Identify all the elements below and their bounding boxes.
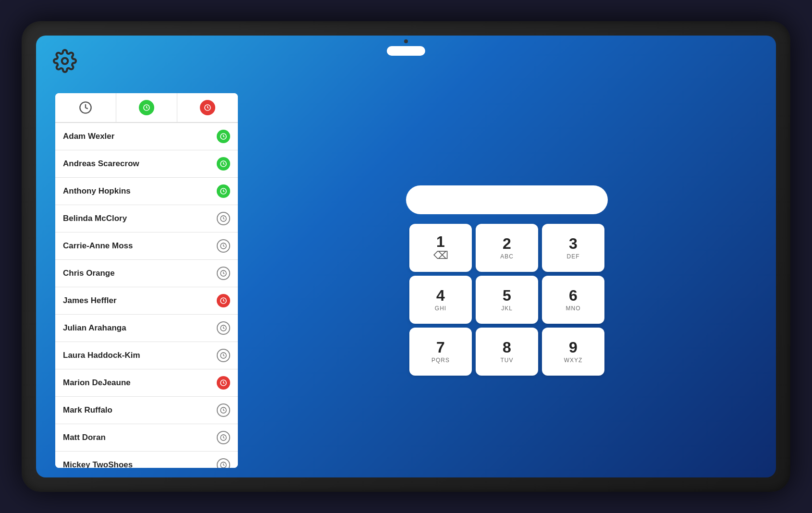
employee-row[interactable]: Julian Arahanga: [55, 315, 238, 342]
letters-label: WXYZ: [564, 357, 583, 364]
digit-label: 4: [436, 288, 445, 303]
employee-name: Belinda McClory: [63, 214, 127, 223]
backspace-icon: ⌫: [433, 249, 448, 262]
numpad-area: 1 ⌫ 2 ABC 3 DEF 4 GHI 5 JKL 6 MNO 7 PQRS…: [257, 93, 757, 468]
numpad-key-5[interactable]: 5 JKL: [476, 276, 538, 324]
employee-name: Marion DeJeaune: [63, 378, 131, 388]
tab-clocked-out[interactable]: [177, 93, 238, 122]
numpad-key-7[interactable]: 7 PQRS: [409, 328, 472, 376]
numpad-grid: 1 ⌫ 2 ABC 3 DEF 4 GHI 5 JKL 6 MNO 7 PQRS…: [409, 224, 604, 376]
tab-clocked-in[interactable]: [116, 93, 177, 122]
pin-input[interactable]: [406, 185, 608, 214]
employee-row[interactable]: Adam Wexler: [55, 123, 238, 150]
status-icon: [217, 184, 230, 198]
digit-label: 6: [569, 288, 578, 303]
digit-label: 1: [436, 234, 445, 249]
employee-name: James Heffler: [63, 296, 117, 305]
svg-point-0: [62, 58, 68, 64]
employee-panel: Adam WexlerAndreas ScarecrowAnthony Hopk…: [55, 93, 238, 468]
tab-all[interactable]: [55, 93, 116, 122]
status-icon: [217, 403, 230, 417]
status-icon: [217, 130, 230, 143]
letters-label: GHI: [435, 305, 446, 312]
employee-row[interactable]: Matt Doran: [55, 424, 238, 452]
digit-label: 5: [503, 288, 511, 303]
status-icon: [217, 458, 230, 468]
letters-label: ABC: [500, 253, 514, 260]
employee-name: Laura Haddock-Kim: [63, 351, 140, 360]
digit-label: 7: [436, 340, 445, 355]
letters-label: MNO: [566, 305, 581, 312]
digit-label: 9: [569, 340, 578, 355]
employee-row[interactable]: Laura Haddock-Kim: [55, 342, 238, 369]
employee-name: Anthony Hopkins: [63, 186, 131, 196]
employee-list: Adam WexlerAndreas ScarecrowAnthony Hopk…: [55, 123, 238, 468]
main-content: Adam WexlerAndreas ScarecrowAnthony Hopk…: [36, 84, 776, 477]
numpad-key-1[interactable]: 1 ⌫: [409, 224, 472, 272]
status-icon: [217, 157, 230, 171]
employee-name: Chris Orange: [63, 269, 115, 278]
status-icon: [217, 431, 230, 444]
letters-label: TUV: [501, 357, 514, 364]
status-icon: [217, 376, 230, 390]
employee-row[interactable]: Belinda McClory: [55, 205, 238, 232]
status-icon: [217, 212, 230, 225]
logo-container: [387, 46, 425, 56]
employee-row[interactable]: Marion DeJeaune: [55, 369, 238, 397]
employee-row[interactable]: James Heffler: [55, 287, 238, 315]
employee-row[interactable]: Chris Orange: [55, 260, 238, 287]
employee-row[interactable]: Mark Ruffalo: [55, 397, 238, 424]
numpad-key-4[interactable]: 4 GHI: [409, 276, 472, 324]
status-icon: [217, 294, 230, 307]
numpad-key-2[interactable]: 2 ABC: [476, 224, 538, 272]
employee-name: Mark Ruffalo: [63, 405, 112, 415]
status-icon: [217, 321, 230, 335]
employee-name: Mickey TwoShoes: [63, 460, 133, 468]
letters-label: PQRS: [431, 357, 450, 364]
device-frame: Adam WexlerAndreas ScarecrowAnthony Hopk…: [22, 21, 790, 492]
employee-name: Matt Doran: [63, 433, 106, 442]
letters-label: DEF: [567, 253, 580, 260]
employee-name: Adam Wexler: [63, 132, 114, 141]
digit-label: 8: [503, 340, 511, 355]
camera: [404, 39, 408, 43]
status-icon: [217, 349, 230, 362]
employee-row[interactable]: Mickey TwoShoes: [55, 452, 238, 468]
letters-label: JKL: [501, 305, 513, 312]
employee-name: Andreas Scarecrow: [63, 159, 139, 169]
digit-label: 3: [569, 236, 578, 251]
status-icon: [217, 239, 230, 253]
numpad-key-3[interactable]: 3 DEF: [542, 224, 604, 272]
numpad-key-6[interactable]: 6 MNO: [542, 276, 604, 324]
employee-row[interactable]: Carrie-Anne Moss: [55, 232, 238, 260]
settings-button[interactable]: [53, 49, 77, 73]
employee-name: Julian Arahanga: [63, 323, 126, 333]
employee-row[interactable]: Anthony Hopkins: [55, 178, 238, 205]
status-icon: [217, 267, 230, 280]
filter-tabs: [55, 93, 238, 123]
numpad-key-8[interactable]: 8 TUV: [476, 328, 538, 376]
numpad-key-9[interactable]: 9 WXYZ: [542, 328, 604, 376]
employee-name: Carrie-Anne Moss: [63, 241, 133, 251]
device-screen: Adam WexlerAndreas ScarecrowAnthony Hopk…: [36, 36, 776, 477]
digit-label: 2: [503, 236, 511, 251]
employee-row[interactable]: Andreas Scarecrow: [55, 150, 238, 178]
